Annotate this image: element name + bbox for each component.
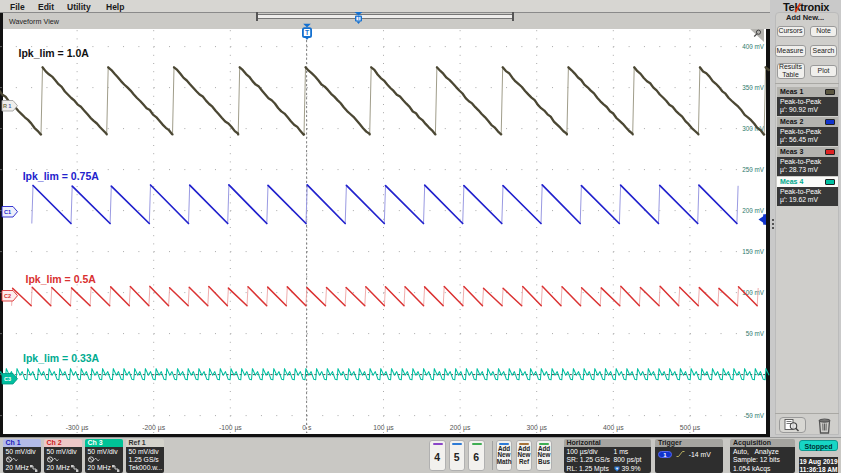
svg-text:Tektronix: Tektronix [783,1,830,13]
svg-text:T: T [357,16,360,21]
svg-text:R: R [3,103,7,109]
svg-text:150 mV: 150 mV [742,248,765,255]
svg-text:-200 µs: -200 µs [142,424,165,432]
svg-text:-50 mV: -50 mV [744,412,765,419]
svg-text:400 mV: 400 mV [742,43,765,50]
svg-text:400 µs: 400 µs [603,424,624,432]
svg-text:C3: C3 [4,376,11,382]
svg-text:200 mV: 200 mV [742,207,765,214]
svg-text:50 mV: 50 mV [746,330,765,337]
svg-text:0 s: 0 s [302,424,312,431]
svg-text:-100 µs: -100 µs [219,424,242,432]
svg-text:300 µs: 300 µs [526,424,547,432]
svg-text:-300 µs: -300 µs [66,424,89,432]
svg-text:350 mV: 350 mV [742,84,765,91]
svg-text:C2: C2 [4,293,11,299]
svg-text:▼: ▼ [615,466,619,471]
svg-text:1: 1 [8,103,11,109]
svg-text:500 µs: 500 µs [680,424,701,432]
svg-text:250 mV: 250 mV [742,166,765,173]
svg-text:C1: C1 [4,209,11,215]
svg-text:200 µs: 200 µs [450,424,471,432]
svg-text:100 µs: 100 µs [373,424,394,432]
